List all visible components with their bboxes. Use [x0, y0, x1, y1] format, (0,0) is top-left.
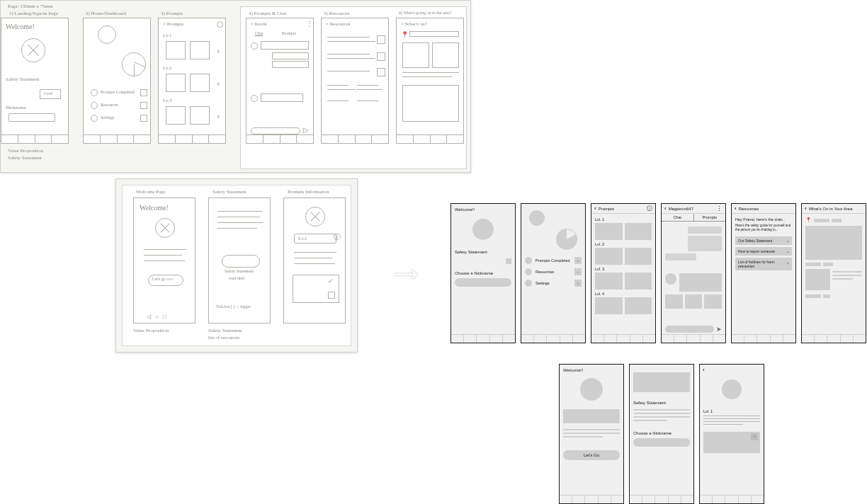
sketch-panel-5: < Resources — [321, 18, 389, 144]
sketch-note: Value Proposition — [8, 148, 43, 154]
mock-whats-on: ‹ What's On in Your Area 📍 — [801, 203, 866, 343]
header-title: Prompts — [599, 207, 614, 211]
chevron-right-icon: › — [574, 257, 582, 264]
sketch-note: Value Proposition — [133, 328, 169, 333]
sketch-panel-safety: Safety Statement read this! Tick box [ ]… — [208, 197, 271, 323]
sketch-photo-mid: Welcome Page Welcome! Let's go ooo ◁ ○ □… — [115, 178, 358, 353]
sketch-note: Page: 135mm x 75mm — [8, 4, 53, 9]
sketch-label: Nickname — [6, 105, 26, 110]
level-3-cards[interactable] — [595, 273, 652, 290]
chevron-right-icon: › — [574, 268, 582, 275]
chat-contact-name: Megatron647 — [669, 207, 693, 211]
sketch-heading: 3) Prompts — [161, 11, 183, 16]
sketch-heading: 1) Landing/Sign-in Page — [9, 11, 58, 16]
arrow-right-icon: → — [386, 249, 426, 295]
back-icon[interactable]: ‹ — [594, 205, 596, 212]
sketch-heading: 4) Prompts & Chat — [249, 11, 286, 16]
chevron-down-icon: ⌄ — [786, 239, 789, 243]
level-4-cards[interactable] — [595, 297, 652, 314]
message-input[interactable] — [665, 326, 714, 333]
resources-tagline: Hey Friend, here's the craic.. — [735, 217, 792, 222]
lets-go-button[interactable]: Let's Go — [563, 450, 620, 460]
sketch-panel-promptinfo: Lv.1 ⓘ ✓ — [283, 197, 346, 323]
sketch-label: Card — [44, 91, 52, 96]
nickname-label: Choose a Nickname — [455, 271, 511, 275]
sketch-note: Safety Statement — [208, 328, 242, 333]
sketch-label: Safety Statement — [6, 76, 40, 82]
pie-chart-icon — [556, 229, 577, 250]
mock-welcome: Welcome!! Safety Statement Choose a Nick… — [450, 203, 516, 343]
sketch-heading: Welcome Page — [136, 189, 166, 195]
header-title: Resources — [739, 207, 759, 211]
mock-dashboard: Prompts Completed› Resources› Settings› — [521, 203, 586, 343]
level-2-cards[interactable] — [595, 248, 652, 265]
back-icon[interactable]: ‹ — [664, 205, 667, 212]
mock-prompts: ‹ Prompts ⓘ Lvl. 1 Lvl. 2 Lvl. 3 Lvl. 4 — [591, 203, 656, 343]
back-icon[interactable]: ‹ — [703, 367, 705, 373]
sketch-panel-3: < Prompts Lv.1 › Lv.2 › Lv.3 › — [158, 18, 226, 144]
sketch-heading: Prompts Information — [288, 189, 329, 195]
sketch-photo-top: Page: 135mm x 75mm 1) Landing/Sign-in Pa… — [0, 0, 471, 173]
sketch-heading: Safety Statement — [212, 189, 246, 195]
accordion-report[interactable]: How to report someone⌄ — [735, 247, 792, 256]
header-title: What's On in Your Area — [809, 207, 853, 211]
send-icon[interactable]: ➤ — [716, 326, 722, 333]
menu-prompts-completed[interactable]: Prompts Completed› — [525, 257, 582, 264]
chevron-up-icon[interactable]: ⌃ — [751, 433, 758, 440]
accordion-safety[interactable]: Our Safety Statement⌄ — [735, 236, 792, 245]
sketch-label: Welcome! — [6, 23, 35, 30]
sketch-panel-1: Welcome! Safety Statement Card Nickname — [1, 18, 69, 144]
mock-prompt-detail: ‹ Lvl. 1 ⌃ — [699, 364, 764, 504]
nickname-input[interactable] — [633, 438, 690, 447]
nickname-label: Choose a Nickname — [633, 431, 690, 435]
mock-safety-v2: Safety Statement Choose a Nickname — [629, 364, 694, 504]
back-icon[interactable]: ‹ — [805, 205, 807, 212]
level-1-cards[interactable] — [595, 223, 652, 240]
kebab-menu-icon[interactable]: ⋮ — [716, 205, 722, 212]
sketch-panel-4: < Kevin ⋮ Chat Prompts ▷ — [246, 18, 314, 144]
sketch-heading: 5) Resources — [324, 11, 349, 16]
sketch-heading: 6) What's going on in the area? — [399, 11, 452, 15]
back-icon[interactable]: ‹ — [735, 205, 737, 212]
menu-settings[interactable]: Settings› — [525, 280, 582, 287]
chevron-down-icon: ⌄ — [786, 249, 789, 253]
tab-prompts[interactable]: Prompts — [694, 214, 726, 221]
map-placeholder[interactable] — [805, 226, 862, 260]
info-icon[interactable]: ⓘ — [647, 205, 652, 212]
safety-label: Safety Statement — [455, 250, 511, 254]
menu-resources[interactable]: Resources› — [525, 268, 582, 275]
level-label: Lvl. 1 — [703, 409, 760, 413]
safety-label: Safety Statement — [633, 401, 690, 405]
chevron-right-icon: › — [574, 280, 582, 287]
tab-chat[interactable]: Chat — [662, 214, 694, 221]
welcome-title: Welcome!! — [455, 207, 511, 212]
pin-icon: 📍 — [805, 217, 812, 223]
x-circle-icon — [305, 207, 325, 227]
sketch-note: list of resources — [208, 335, 239, 340]
x-circle-icon — [155, 218, 175, 238]
welcome-title: Welcome!! — [563, 368, 620, 372]
nickname-input[interactable] — [455, 278, 511, 287]
sketch-panel-6: < What's on? 📍 — [396, 18, 464, 144]
mock-welcome-v2: Welcome!! Let's Go — [559, 364, 624, 504]
chevron-up-icon: ⌃ — [786, 262, 789, 266]
x-circle-icon — [21, 38, 45, 62]
resources-sub: Here's the safety guide for yourself and… — [735, 224, 792, 232]
sketch-note: Safety Statement — [8, 155, 42, 161]
accordion-hotlines[interactable]: List of hotlines for harm prevention⌃ — [735, 258, 792, 270]
mock-chat: ‹ Megatron647 ⋮ Chat Prompts ➤ — [661, 203, 726, 343]
sketch-heading: 2) Home/Dashboard — [86, 11, 126, 16]
sketch-panel-welcome: Welcome! Let's go ooo ◁ ○ □ — [133, 197, 196, 323]
mock-resources: ‹ Resources Hey Friend, here's the craic… — [731, 203, 796, 343]
sketch-panel-2: Prompts Completed Resources Settings — [83, 18, 151, 144]
